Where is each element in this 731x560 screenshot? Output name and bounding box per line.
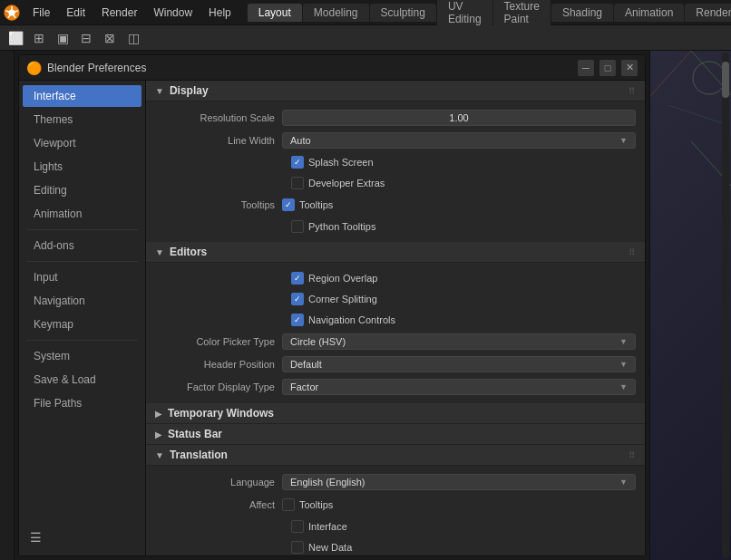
blender-icon: 🟠 (26, 61, 42, 75)
nav-bottom: ☰ (19, 523, 145, 552)
navigation-controls-checkbox[interactable] (291, 314, 304, 326)
color-picker-value: Circle (HSV) (290, 336, 346, 347)
toolbar-icon-6[interactable]: ◫ (123, 28, 143, 48)
nav-viewport[interactable]: Viewport (23, 132, 141, 154)
menu-file[interactable]: File (25, 5, 57, 21)
tab-rendering[interactable]: Rendering (685, 4, 731, 22)
nav-addons[interactable]: Add-ons (23, 235, 141, 256)
tooltips-control: Tooltips (282, 198, 636, 211)
nav-lights[interactable]: Lights (23, 156, 141, 178)
tab-texture-paint[interactable]: Texture Paint (493, 0, 551, 28)
factor-display-dropdown[interactable]: Factor ▼ (282, 379, 636, 395)
display-collapse-arrow: ▼ (155, 86, 164, 96)
new-data-item: New Data (291, 541, 352, 554)
nav-separator-3 (26, 340, 138, 341)
factor-display-chevron-icon: ▼ (619, 382, 628, 391)
menu-edit[interactable]: Edit (59, 5, 93, 21)
color-picker-chevron-icon: ▼ (619, 337, 628, 346)
corner-splitting-row: Corner Splitting (155, 290, 636, 308)
tab-layout[interactable]: Layout (248, 4, 302, 22)
tab-modeling[interactable]: Modeling (303, 4, 369, 22)
menu-help[interactable]: Help (201, 5, 239, 21)
factor-display-control: Factor ▼ (282, 379, 636, 395)
nav-save-load[interactable]: Save & Load (23, 369, 141, 391)
close-button[interactable]: ✕ (621, 60, 638, 76)
affect-row: Affect Tooltips (155, 495, 636, 515)
preferences-nav: Interface Themes Viewport Lights Editing… (19, 81, 146, 555)
developer-extras-checkbox[interactable] (291, 177, 304, 189)
translation-interface-checkbox[interactable] (291, 520, 304, 533)
minimize-button[interactable]: ─ (578, 60, 594, 76)
new-data-row: New Data (155, 538, 636, 555)
nav-themes[interactable]: Themes (23, 109, 141, 130)
developer-extras-item: Developer Extras (291, 177, 385, 189)
language-dropdown[interactable]: English (English) ▼ (282, 474, 636, 490)
header-position-control: Default ▼ (282, 356, 636, 372)
translation-section-header[interactable]: ▼ Translation ⠿ (146, 445, 645, 466)
chevron-down-icon: ▼ (619, 136, 628, 145)
python-tooltips-checkbox[interactable] (291, 220, 304, 233)
nav-keymap[interactable]: Keymap (23, 314, 141, 335)
scrollbar-thumb[interactable] (722, 62, 729, 98)
tab-uv-editing[interactable]: UV Editing (437, 0, 492, 28)
line-width-dropdown[interactable]: Auto ▼ (282, 132, 636, 149)
language-label: Language (155, 477, 282, 488)
new-data-label: New Data (308, 542, 352, 553)
svg-point-11 (693, 62, 726, 94)
corner-splitting-checkbox[interactable] (291, 293, 304, 305)
nav-file-paths[interactable]: File Paths (23, 392, 141, 414)
factor-display-row: Factor Display Type Factor ▼ (155, 377, 636, 397)
nav-animation[interactable]: Animation (23, 203, 141, 225)
region-overlap-item: Region Overlap (291, 272, 377, 285)
editors-section-header[interactable]: ▼ Editors ⠿ (146, 242, 645, 263)
main-area: 🟠 Blender Preferences ─ □ ✕ Interface Th… (0, 51, 731, 560)
tab-shading[interactable]: Shading (551, 4, 613, 22)
nav-separator-1 (26, 229, 138, 230)
tooltips-checkbox[interactable] (282, 198, 295, 211)
tab-animation[interactable]: Animation (614, 4, 684, 22)
color-picker-dropdown[interactable]: Circle (HSV) ▼ (282, 333, 636, 350)
maximize-button[interactable]: □ (599, 60, 616, 76)
tooltips-value-label: Tooltips (299, 199, 333, 210)
corner-splitting-label: Corner Splitting (308, 294, 377, 304)
tab-sculpting[interactable]: Sculpting (370, 4, 436, 22)
toolbar-icon-2[interactable]: ⊞ (29, 28, 49, 48)
menu-render[interactable]: Render (94, 5, 144, 21)
translation-section-body: Language English (English) ▼ Affect (146, 466, 645, 555)
tooltips-label: Tooltips (155, 199, 282, 210)
nav-navigation[interactable]: Navigation (23, 290, 141, 312)
nav-interface[interactable]: Interface (23, 85, 141, 107)
preferences-window: 🟠 Blender Preferences ─ □ ✕ Interface Th… (18, 54, 646, 556)
display-section-body: Resolution Scale 1.00 Line Width Auto ▼ (146, 101, 645, 242)
new-data-checkbox[interactable] (291, 541, 304, 554)
content-scrollbar[interactable] (722, 53, 729, 558)
header-position-label: Header Position (155, 359, 282, 370)
resolution-scale-input[interactable]: 1.00 (282, 110, 636, 126)
splash-screen-checkbox[interactable] (291, 156, 304, 169)
editors-section-title: Editors (170, 246, 207, 258)
region-overlap-checkbox[interactable] (291, 272, 304, 285)
display-section-header[interactable]: ▼ Display ⠿ (146, 81, 645, 101)
translation-tooltips-checkbox[interactable] (282, 498, 295, 511)
nav-system[interactable]: System (23, 345, 141, 367)
workspace-tabs: Layout Modeling Sculpting UV Editing Tex… (248, 0, 731, 28)
header-position-dropdown[interactable]: Default ▼ (282, 356, 636, 372)
region-overlap-row: Region Overlap (155, 269, 636, 287)
python-tooltips-row: Python Tooltips (155, 217, 636, 236)
region-overlap-label: Region Overlap (308, 273, 377, 284)
status-bar-section-header[interactable]: ▶ Status Bar (146, 424, 645, 445)
toolbar-icon-1[interactable]: ⬜ (5, 28, 25, 48)
status-bar-section-title: Status Bar (168, 428, 222, 440)
toolbar-icon-5[interactable]: ⊠ (100, 28, 120, 48)
toolbar-icon-4[interactable]: ⊟ (76, 28, 96, 48)
toolbar-icon-3[interactable]: ▣ (53, 28, 73, 48)
svg-line-8 (650, 51, 691, 96)
tooltips-row: Tooltips Tooltips (155, 195, 636, 215)
hamburger-button[interactable]: ☰ (30, 530, 134, 545)
menu-window[interactable]: Window (146, 5, 200, 21)
resolution-scale-row: Resolution Scale 1.00 (155, 108, 636, 128)
temp-windows-section-header[interactable]: ▶ Temporary Windows (146, 403, 645, 424)
nav-input[interactable]: Input (23, 266, 141, 288)
navigation-controls-row: Navigation Controls (155, 311, 636, 329)
nav-editing[interactable]: Editing (23, 179, 141, 201)
